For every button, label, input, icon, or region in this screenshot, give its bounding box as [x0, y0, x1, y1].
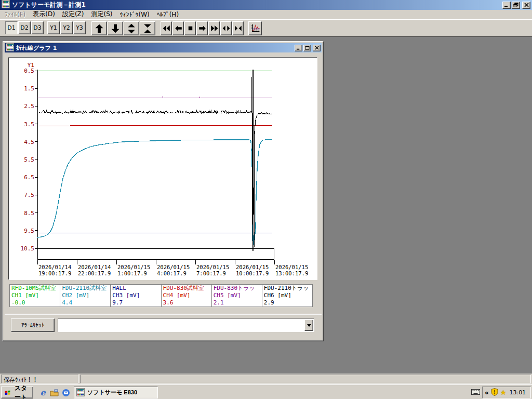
legend-value-ch2: 4.4	[62, 299, 109, 307]
task-label: ソフトサーモ E830	[87, 389, 137, 396]
svg-text:2026/01/14: 2026/01/14	[38, 264, 71, 270]
tray-clock: 13:01	[509, 389, 526, 396]
windows-logo-icon	[5, 389, 10, 396]
svg-text:13:00:17.9: 13:00:17.9	[275, 270, 308, 276]
child-maximize-button[interactable]	[303, 45, 311, 51]
taskbar-task-button[interactable]: ソフトサーモ E830	[74, 387, 158, 398]
toolbar-group-4	[248, 21, 262, 35]
status-message: 保存ｳｪｲﾄ！！	[1, 375, 78, 383]
svg-text:4.5: 4.5	[24, 139, 34, 145]
svg-text:2026/01/14: 2026/01/14	[78, 264, 111, 270]
menu-item-5[interactable]: ﾍﾙﾌﾟ(H)	[153, 10, 182, 19]
line-chart-panel: Y10.51.52.53.54.55.56.57.58.59.510.52026…	[8, 57, 317, 280]
menu-item-4[interactable]: ｳｨﾝﾄﾞｳ(W)	[116, 10, 153, 19]
menu-item-2[interactable]: 設定(Z)	[59, 9, 88, 19]
svg-text:8.5: 8.5	[24, 210, 34, 217]
legend-ch-ch6: CH6 [mV]	[264, 292, 311, 299]
y2-button[interactable]: Y2	[60, 21, 73, 34]
y1-button[interactable]: Y1	[47, 21, 60, 34]
svg-text:5.5: 5.5	[24, 156, 34, 163]
alarm-combobox[interactable]	[58, 318, 314, 332]
legend-name-ch6: FDU-2110トラッ	[264, 285, 311, 292]
svg-text:2.5: 2.5	[24, 103, 34, 110]
legend-ch-ch2: CH2 [mV]	[62, 292, 109, 299]
child-close-button[interactable]	[313, 45, 321, 51]
status-secondary	[80, 375, 531, 383]
compress-horizontal-button[interactable]	[232, 21, 244, 35]
statusbar: 保存ｳｪｲﾄ！！	[0, 374, 532, 384]
d2-button[interactable]: D2	[18, 21, 31, 34]
legend-value-ch3: 9.7	[112, 299, 159, 307]
star-icon[interactable]: ★	[500, 389, 507, 396]
svg-text:22:00:17.9: 22:00:17.9	[78, 270, 111, 276]
toolbar-group-2	[91, 21, 156, 35]
main-titlebar: ソフトサーモ計測－計測1	[0, 0, 532, 10]
legend-name-ch5: FDU-830トラッ	[214, 285, 260, 292]
svg-text:10.5: 10.5	[21, 245, 35, 252]
toolbar-group-1: Y1Y2Y3	[47, 21, 86, 34]
graph-settings-button[interactable]	[248, 21, 262, 35]
scroll-down-button[interactable]	[108, 21, 123, 35]
svg-text:1:00:17.9: 1:00:17.9	[117, 270, 147, 276]
legend-ch-ch4: CH4 [mV]	[163, 292, 210, 299]
minimize-button[interactable]	[502, 2, 511, 9]
compress-vertical-button[interactable]	[140, 21, 155, 35]
close-button[interactable]	[522, 2, 530, 9]
legend-value-ch5: 2.1	[214, 299, 260, 307]
svg-text:2026/01/15: 2026/01/15	[236, 264, 269, 270]
app-icon	[2, 0, 10, 10]
expand-vertical-button[interactable]	[124, 21, 139, 35]
quicklaunch-ie-icon[interactable]: e	[37, 387, 48, 398]
legend-cell-ch6: FDU-2110トラッCH6 [mV]2.9	[262, 285, 312, 307]
restore-button[interactable]	[512, 2, 520, 9]
step-back-button[interactable]	[172, 21, 184, 35]
legend-name-ch1: RFD-10MS試料室	[11, 285, 58, 292]
svg-text:3.5: 3.5	[24, 121, 34, 128]
scroll-up-button[interactable]	[91, 21, 107, 35]
desktop-screen: ソフトサーモ計測－計測1 ﾌｧｲﾙ(F)表示(D)設定(Z)測定(S)ｳｨﾝﾄﾞ…	[0, 0, 532, 399]
toolbar: D1D2D3Y1Y2Y3	[0, 19, 532, 36]
start-button[interactable]: スタート	[1, 387, 33, 398]
tray-chevron-icon[interactable]: «	[485, 389, 489, 396]
taskbar: スタート e ソフトサーモ E830 « ★ 13:01	[0, 384, 532, 399]
security-shield-icon[interactable]	[491, 388, 498, 397]
step-forward-button[interactable]	[196, 21, 208, 35]
ime-keyboard-icon[interactable]	[471, 389, 480, 397]
graph-child-window: 折れ線グラフ 1 Y10.51.52.53.54.55.56.57.58.59.…	[3, 41, 324, 341]
svg-text:1.5: 1.5	[24, 85, 34, 92]
svg-text:6.5: 6.5	[24, 174, 34, 181]
svg-text:7:00:17.9: 7:00:17.9	[196, 270, 226, 276]
toolbar-group-3	[161, 21, 244, 35]
combobox-dropdown-button[interactable]	[304, 320, 313, 331]
svg-text:2026/01/15: 2026/01/15	[157, 264, 190, 270]
line-chart: Y10.51.52.53.54.55.56.57.58.59.510.52026…	[8, 58, 316, 278]
child-minimize-button[interactable]	[295, 45, 302, 51]
menubar: ﾌｧｲﾙ(F)表示(D)設定(Z)測定(S)ｳｨﾝﾄﾞｳ(W)ﾍﾙﾌﾟ(H)	[0, 10, 532, 19]
stop-button[interactable]	[184, 21, 196, 35]
d3-button[interactable]: D3	[31, 21, 44, 34]
channel-legend: RFD-10MS試料室CH1 [mV]-0.0FDU-2110試料室CH2 [m…	[9, 284, 313, 307]
d1-button[interactable]: D1	[5, 21, 18, 34]
alarm-combobox-value[interactable]	[58, 319, 304, 331]
toolbar-group-0: D1D2D3	[5, 21, 44, 34]
fast-forward-button[interactable]	[208, 21, 220, 35]
fast-back-button[interactable]	[161, 21, 172, 35]
task-icon	[76, 388, 85, 397]
legend-name-ch3: HALL	[112, 285, 159, 292]
quicklaunch-show-desktop-icon[interactable]	[49, 387, 60, 398]
svg-text:9.5: 9.5	[24, 228, 34, 234]
menu-item-3[interactable]: 測定(S)	[87, 9, 116, 19]
expand-horizontal-button[interactable]	[220, 21, 232, 35]
svg-text:4:00:17.9: 4:00:17.9	[157, 270, 187, 276]
legend-ch-ch1: CH1 [mV]	[11, 292, 58, 299]
window-title: ソフトサーモ計測－計測1	[12, 1, 501, 9]
menu-item-1[interactable]: 表示(D)	[29, 9, 59, 19]
legend-name-ch4: FDU-830試料室	[163, 285, 210, 292]
legend-cell-ch5: FDU-830トラッCH5 [mV]2.1	[212, 285, 262, 307]
legend-value-ch6: 2.9	[264, 299, 311, 307]
legend-value-ch4: 3.6	[163, 299, 210, 307]
alarm-reset-button[interactable]: ｱﾗｰﾑﾘｾｯﾄ	[11, 318, 55, 332]
y3-button[interactable]: Y3	[73, 21, 86, 34]
mdi-client-area: 折れ線グラフ 1 Y10.51.52.53.54.55.56.57.58.59.…	[0, 36, 532, 374]
quicklaunch-outlook-icon[interactable]	[60, 387, 71, 398]
